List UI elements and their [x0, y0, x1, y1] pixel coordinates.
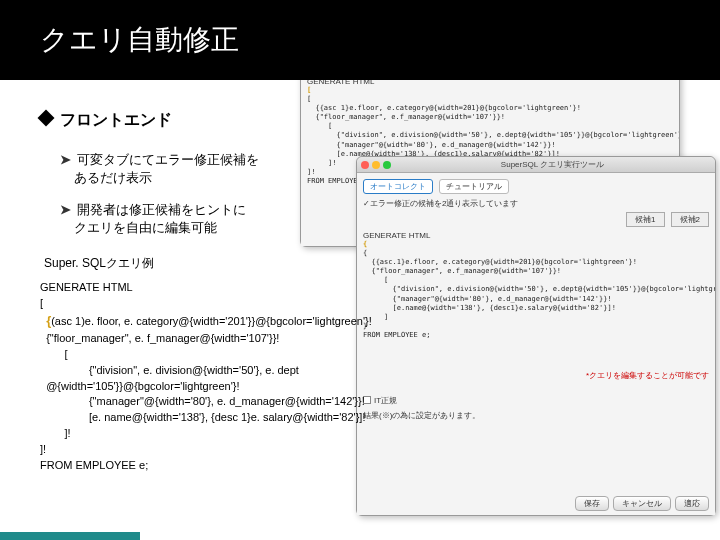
example-code: GENERATE HTML [ {(asc 1)e. floor, e. cat…	[40, 280, 380, 474]
diamond-icon	[38, 110, 55, 127]
chevron-icon: ➤	[60, 152, 71, 167]
bullet-item: ➤開発者は修正候補をヒントに クエリを自由に編集可能	[60, 201, 720, 237]
example-label: Super. SQLクエリ例	[44, 255, 720, 272]
save-button[interactable]: 保存	[575, 496, 609, 511]
chevron-icon: ➤	[60, 202, 71, 217]
apply-button[interactable]: 適応	[675, 496, 709, 511]
section-heading: フロントエンド	[40, 110, 720, 131]
cancel-button[interactable]: キャンセル	[613, 496, 671, 511]
bullet-item: ➤可変タブにてエラー修正候補を あるだけ表示	[60, 151, 720, 187]
footer-accent	[0, 532, 140, 540]
page-header: クエリ自動修正	[0, 0, 720, 80]
page-title: クエリ自動修正	[40, 21, 239, 59]
